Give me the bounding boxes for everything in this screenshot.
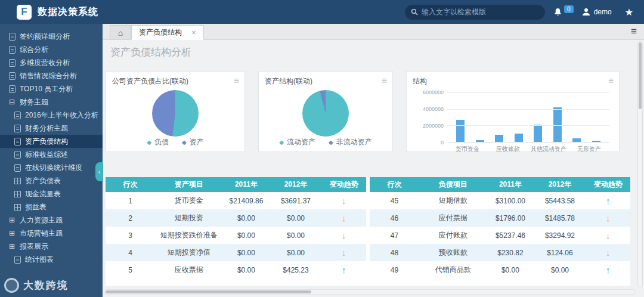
search-box[interactable] xyxy=(405,5,545,20)
legend-marker-icon: ◆ xyxy=(147,139,151,146)
table-row[interactable]: 5应收票据$0.00$425.23↑ xyxy=(106,261,366,279)
tab-close-icon[interactable]: × xyxy=(191,28,196,37)
sidebar-item[interactable]: 综合分析 xyxy=(0,43,103,56)
y-tick-label: 2000000 xyxy=(423,123,444,129)
cell: 短期投资跌价准备 xyxy=(155,227,223,244)
sidebar-item[interactable]: TOP10 员工分析 xyxy=(0,82,103,95)
column-header: 2012年 xyxy=(270,177,321,192)
gridline xyxy=(447,125,609,126)
sidebar-item[interactable]: 在线切换统计维度 xyxy=(0,161,103,174)
sidebar-item[interactable]: 统计图表 xyxy=(0,253,103,266)
chart-card-structure: 结构 ≡ 6000000400000020000000 货币资金应收账款其他流动… xyxy=(406,71,620,152)
table-row[interactable]: 2短期投资$0.00$0.00↓ xyxy=(106,209,366,227)
horizontal-scrollbar-thumb[interactable] xyxy=(106,290,311,293)
expand-node-icon: ⊞ xyxy=(9,230,16,237)
app-logo[interactable]: F xyxy=(17,5,32,20)
sidebar-item[interactable]: 现金流量表 xyxy=(0,187,103,200)
cell: $1796.00 xyxy=(487,209,534,227)
pie-chart-debt-ratio[interactable] xyxy=(152,90,199,137)
horizontal-scrollbar[interactable] xyxy=(104,289,636,295)
pie-chart-asset-structure[interactable] xyxy=(302,90,349,137)
bar[interactable] xyxy=(572,138,581,142)
user-menu[interactable]: demo xyxy=(582,8,612,16)
chart-legend: ◆负债◆资产 xyxy=(106,137,244,147)
table-row[interactable]: 4短期投资净值$0.00$0.00↓ xyxy=(106,244,366,261)
username: demo xyxy=(594,8,612,16)
sidebar-item[interactable]: ⊞市场营销主题 xyxy=(0,227,103,240)
table-row[interactable]: 47应付账款$5237.46$3294.92↓ xyxy=(370,227,630,244)
cell: 3 xyxy=(106,227,155,244)
trend-up-arrow-icon: ↑ xyxy=(606,196,611,206)
report-icon xyxy=(14,164,21,172)
legend-label: 非流动资产 xyxy=(336,137,372,147)
trend-down-arrow-icon: ↓ xyxy=(606,248,611,258)
sidebar-item[interactable]: 损益表 xyxy=(0,200,103,214)
cell: 预收账款 xyxy=(419,244,487,261)
report-icon xyxy=(14,151,21,159)
column-header: 2011年 xyxy=(487,177,534,192)
trend-down-arrow-icon: ↓ xyxy=(342,230,346,240)
cell: $425.23 xyxy=(270,261,321,279)
vertical-scrollbar-thumb[interactable] xyxy=(639,42,642,109)
sidebar-item[interactable]: ⊞人力资源主题 xyxy=(0,214,103,227)
search-input[interactable] xyxy=(422,8,539,16)
bar[interactable] xyxy=(495,135,503,142)
column-header: 变动趋势 xyxy=(586,177,630,192)
cell: 1 xyxy=(106,192,155,209)
tab-list-menu-icon[interactable]: ≡ xyxy=(631,26,637,38)
sidebar-item[interactable]: 签约额详细分析 xyxy=(0,30,103,43)
table-row[interactable]: 3短期投资跌价准备$0.00$0.00↓ xyxy=(106,227,366,244)
table-row[interactable]: 46应付票据$1796.00$1485.78↓ xyxy=(370,209,630,227)
bar[interactable] xyxy=(476,140,484,142)
card-menu-icon[interactable]: ≡ xyxy=(382,75,387,85)
main-content: 资产负债结构分析 公司资产负债占比(联动) ≡ ◆负债◆资产 资产结构(联动) … xyxy=(103,41,644,297)
sidebar-item[interactable]: ⊟财务主题 xyxy=(0,95,103,109)
sidebar-item[interactable]: 资产负债结构 xyxy=(0,135,103,148)
sidebar-menu: 签约额详细分析综合分析多维度营收分析销售情况综合分析TOP10 员工分析⊟财务主… xyxy=(0,24,103,266)
table-row[interactable]: 1货币资金$21409.86$3691.37↓ xyxy=(106,192,366,209)
cell: $124.06 xyxy=(534,244,586,261)
sidebar-item[interactable]: 资产负债表 xyxy=(0,174,103,187)
home-tab[interactable]: ⌂ xyxy=(110,25,131,39)
bar[interactable] xyxy=(534,125,542,142)
sidebar-item[interactable]: 标准收益综述 xyxy=(0,148,103,161)
sidebar-collapse-handle[interactable]: ‹ xyxy=(95,162,103,181)
legend-item[interactable]: ◆流动资产 xyxy=(279,137,315,147)
legend-marker-icon: ◆ xyxy=(182,139,187,146)
cell: 47 xyxy=(370,227,419,244)
trend-cell: ↓ xyxy=(586,244,630,261)
tab-active[interactable]: 资产负债结构 × xyxy=(131,25,204,40)
table-row[interactable]: 45短期借款$3100.00$5443.58↑ xyxy=(370,192,630,209)
card-menu-icon[interactable]: ≡ xyxy=(608,75,614,85)
bar[interactable] xyxy=(456,120,465,142)
sidebar-item[interactable]: 财务分析主题 xyxy=(0,122,103,135)
legend-item[interactable]: ◆非流动资产 xyxy=(329,137,372,147)
cell: $0.00 xyxy=(534,261,586,279)
sidebar-item[interactable]: 销售情况综合分析 xyxy=(0,69,103,82)
sidebar-item[interactable]: ⊞报表展示 xyxy=(0,240,103,253)
table-row[interactable]: 48预收账款$230.82$124.06↓ xyxy=(370,244,630,261)
sidebar-item[interactable]: 多维度营收分析 xyxy=(0,56,103,69)
notifications-button[interactable]: 0 xyxy=(553,7,574,17)
vertical-scrollbar[interactable] xyxy=(637,41,643,287)
report-icon xyxy=(9,85,16,93)
sidebar-item[interactable]: 2016年上半年收入分析 xyxy=(0,109,103,122)
bar[interactable] xyxy=(592,141,600,142)
cell: 45 xyxy=(370,192,419,209)
bar[interactable] xyxy=(515,134,523,142)
legend-marker-icon: ◆ xyxy=(279,139,284,146)
sidebar-item-label: 综合分析 xyxy=(20,45,48,55)
y-tick-label: 0 xyxy=(441,140,444,146)
favorites-star-icon[interactable]: ★ xyxy=(625,7,633,18)
column-header: 行次 xyxy=(370,177,419,192)
trend-cell: ↓ xyxy=(322,244,366,261)
report-icon xyxy=(14,112,21,119)
legend-item[interactable]: ◆负债 xyxy=(147,137,169,147)
bar[interactable] xyxy=(553,107,562,142)
table-row[interactable]: 49代销商品款$0.00$0.00↑ xyxy=(370,261,630,279)
legend-item[interactable]: ◆资产 xyxy=(182,137,204,147)
report-icon xyxy=(9,46,16,54)
trend-cell: ↓ xyxy=(586,209,630,227)
sidebar-item-label: 签约额详细分析 xyxy=(20,32,70,42)
card-menu-icon[interactable]: ≡ xyxy=(234,75,239,85)
